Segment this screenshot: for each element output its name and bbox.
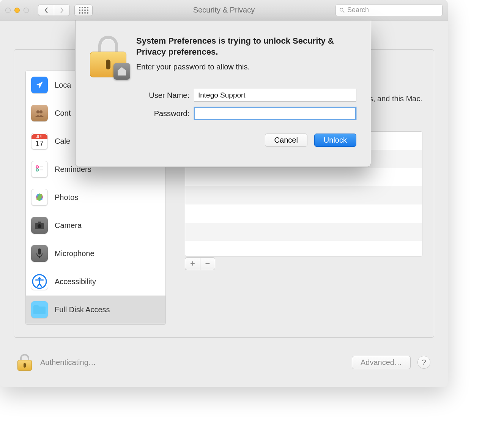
lock-status-text: Authenticating… <box>40 358 96 367</box>
svg-point-4 <box>36 166 38 168</box>
sidebar-item-label: Photos <box>55 193 78 202</box>
svg-point-2 <box>36 110 39 113</box>
search-icon <box>339 7 345 13</box>
preferences-window: Security & Privacy Loca Cont JUL <box>0 0 448 387</box>
advanced-button[interactable]: Advanced… <box>352 356 411 369</box>
search-field[interactable] <box>335 4 443 16</box>
help-button[interactable]: ? <box>417 356 430 369</box>
photos-icon <box>31 189 48 206</box>
table-row <box>185 204 422 223</box>
accessibility-icon <box>31 273 48 290</box>
microphone-icon <box>31 245 48 262</box>
sidebar-item-label: Camera <box>55 221 82 230</box>
password-field[interactable] <box>194 107 356 120</box>
svg-line-1 <box>343 11 344 13</box>
username-field[interactable] <box>194 89 356 102</box>
sidebar-item-label: Microphone <box>55 249 94 258</box>
search-input[interactable] <box>347 6 439 14</box>
camera-icon <box>31 217 48 234</box>
folder-icon <box>31 301 48 318</box>
auth-subheading: Enter your password to allow this. <box>136 63 356 71</box>
forward-button[interactable] <box>54 5 70 16</box>
unlock-button[interactable]: Unlock <box>314 134 356 147</box>
sidebar-item-label: Loca <box>55 81 71 90</box>
sidebar-item-accessibility[interactable]: Accessibility <box>26 267 165 296</box>
traffic-lights <box>5 8 29 13</box>
system-badge-icon <box>113 63 130 80</box>
sidebar-item-camera[interactable]: Camera <box>26 211 165 239</box>
svg-point-3 <box>39 110 43 113</box>
reminders-icon <box>31 161 48 178</box>
calendar-month: JUL <box>32 134 47 139</box>
cancel-button[interactable]: Cancel <box>265 134 307 147</box>
password-label: Password: <box>136 109 189 118</box>
contacts-icon <box>31 105 48 121</box>
add-button[interactable]: + <box>185 257 200 270</box>
show-all-button[interactable] <box>74 5 93 16</box>
sidebar-item-microphone[interactable]: Microphone <box>26 239 165 267</box>
lock-badge-icon <box>90 36 126 77</box>
sidebar-item-label: Cont <box>55 109 71 118</box>
sidebar-item-label: Cale <box>55 137 70 146</box>
titlebar: Security & Privacy <box>0 0 448 20</box>
svg-point-0 <box>340 8 343 11</box>
location-icon <box>31 77 48 93</box>
table-row <box>185 223 422 241</box>
calendar-icon: JUL 17 <box>31 133 48 149</box>
sidebar-item-full-disk-access[interactable]: Full Disk Access <box>26 296 165 324</box>
lock-icon[interactable] <box>17 354 32 371</box>
svg-point-5 <box>36 169 38 171</box>
sidebar-item-label: Accessibility <box>55 277 96 286</box>
footer: Authenticating… Advanced… ? <box>0 338 448 387</box>
auth-dialog: System Preferences is trying to unlock S… <box>75 20 371 167</box>
close-window-button[interactable] <box>5 8 11 13</box>
username-label: User Name: <box>136 91 189 100</box>
sidebar-item-photos[interactable]: Photos <box>26 183 165 211</box>
nav-back-forward <box>38 5 70 16</box>
remove-button[interactable]: − <box>200 257 215 270</box>
table-row <box>185 186 422 204</box>
svg-point-15 <box>38 224 41 228</box>
svg-rect-17 <box>38 248 41 255</box>
sidebar-item-label: Full Disk Access <box>55 305 110 314</box>
svg-rect-16 <box>38 222 41 223</box>
grid-icon <box>79 7 88 14</box>
table-row <box>185 168 422 186</box>
svg-point-20 <box>38 277 41 280</box>
calendar-day: 17 <box>35 139 44 148</box>
minimize-window-button[interactable] <box>14 8 20 13</box>
zoom-window-button[interactable] <box>24 8 29 13</box>
back-button[interactable] <box>38 5 54 16</box>
auth-heading: System Preferences is trying to unlock S… <box>136 36 356 57</box>
add-remove-buttons: + − <box>185 257 215 270</box>
